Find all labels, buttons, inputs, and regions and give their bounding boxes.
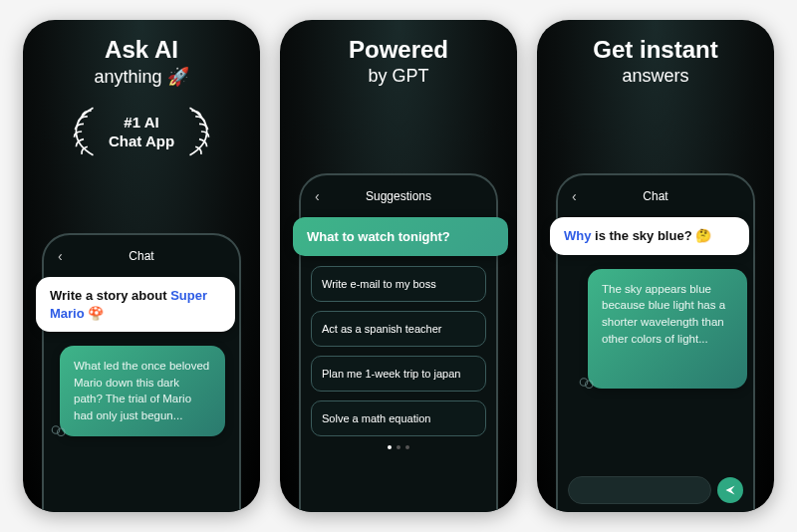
- panel-title: Get instant: [593, 36, 717, 64]
- badge-text: #1 AI Chat App: [109, 113, 174, 151]
- suggestion-item[interactable]: Solve a math equation: [311, 400, 486, 436]
- phone-mockup: ‹ Suggestions What to watch tonight? Wri…: [299, 173, 498, 512]
- suggestion-item[interactable]: Plan me 1-week trip to japan: [311, 356, 486, 392]
- back-icon[interactable]: ‹: [315, 188, 320, 204]
- user-message-bubble: Write a story about Super Mario 🍄: [36, 277, 235, 332]
- promo-panel-powered: Powered by GPT ‹ Suggestions What to wat…: [280, 20, 517, 512]
- panel-title: Ask AI: [105, 36, 178, 64]
- rocket-icon: 🚀: [167, 67, 189, 87]
- promo-panel-instant: Get instant answers ‹ Chat Why is the sk…: [537, 20, 774, 512]
- suggestion-item[interactable]: Write e-mail to my boss: [311, 266, 486, 302]
- chat-input[interactable]: [568, 476, 711, 504]
- brain-icon: [50, 422, 68, 440]
- back-icon[interactable]: ‹: [58, 248, 63, 264]
- user-message-bubble: Why is the sky blue? 🤔: [550, 217, 749, 255]
- promo-panel-ask-ai: Ask AI anything 🚀 #1 AI Chat App: [23, 20, 260, 512]
- page-dots: [311, 445, 486, 449]
- laurel-left-icon: [65, 102, 103, 161]
- mushroom-icon: 🍄: [88, 306, 104, 321]
- back-icon[interactable]: ‹: [572, 188, 577, 204]
- chat-input-row: [568, 476, 743, 504]
- laurel-right-icon: [180, 102, 218, 161]
- suggestion-item[interactable]: Act as a spanish teacher: [311, 311, 486, 347]
- phone-header-title: Suggestions: [311, 189, 486, 203]
- phone-header: ‹ Suggestions: [311, 189, 486, 203]
- phone-header-title: Chat: [54, 249, 229, 263]
- phone-mockup: ‹ Chat Why is the sky blue? 🤔 The sky ap…: [556, 173, 755, 512]
- ai-message-bubble: The sky appears blue because blue light …: [588, 269, 747, 389]
- panel-subtitle: anything 🚀: [94, 66, 188, 88]
- phone-header: ‹ Chat: [54, 249, 229, 263]
- phone-header-title: Chat: [568, 189, 743, 203]
- panel-subtitle: by GPT: [368, 66, 428, 87]
- panel-subtitle: answers: [622, 66, 688, 87]
- brain-icon: [578, 375, 596, 393]
- thinking-icon: 🤔: [695, 228, 711, 243]
- award-badge: #1 AI Chat App: [65, 102, 218, 161]
- panel-title: Powered: [349, 36, 448, 64]
- suggestion-primary[interactable]: What to watch tonight?: [293, 217, 508, 256]
- send-icon: [724, 484, 736, 496]
- send-button[interactable]: [717, 477, 743, 503]
- phone-mockup: ‹ Chat Write a story about Super Mario 🍄…: [42, 233, 241, 512]
- phone-header: ‹ Chat: [568, 189, 743, 203]
- ai-message-bubble: What led the once beloved Mario down thi…: [60, 346, 225, 436]
